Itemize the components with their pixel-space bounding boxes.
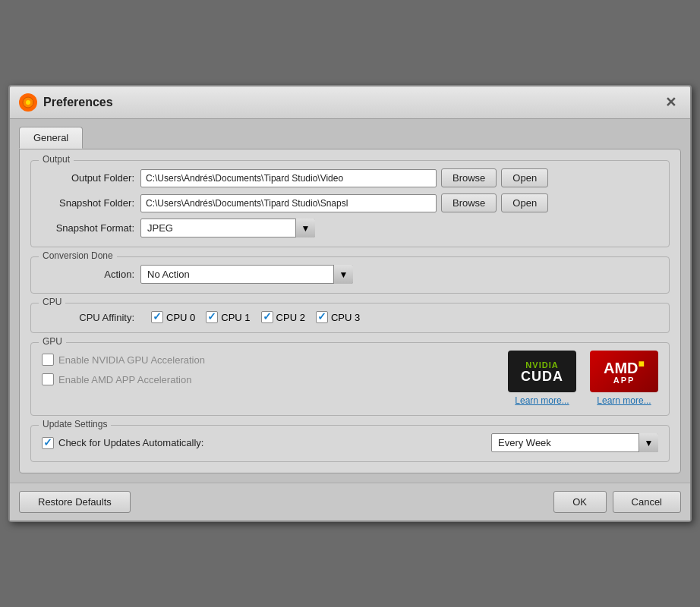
action-select[interactable]: No Action Open Output Folder Shut Down C… [140,265,353,284]
nvidia-logo: NVIDIA CUDA [508,351,576,392]
ok-button[interactable]: OK [553,491,607,513]
nvidia-logo-block: NVIDIA CUDA Learn more... [508,351,576,406]
title-bar: Preferences ✕ [10,86,690,119]
svg-point-1 [26,100,30,105]
cancel-button[interactable]: Cancel [613,491,681,513]
auto-update-checkbox[interactable] [42,437,54,449]
gpu-section-label: GPU [39,336,66,347]
nvidia-checkbox[interactable] [42,354,54,366]
gpu-left: Enable NVIDIA GPU Acceleration Enable AM… [42,351,205,385]
nvidia-label: Enable NVIDIA GPU Acceleration [58,354,205,366]
cpu0-checkbox[interactable] [151,311,163,323]
title-bar-left: Preferences [19,93,113,112]
snapshot-format-row: Snapshot Format: JPEG PNG BMP ▼ [42,219,658,237]
nvidia-logo-top: NVIDIA [525,360,558,370]
dialog-title: Preferences [43,96,113,109]
cpu3-checkbox[interactable] [316,311,328,323]
nvidia-check-row: Enable NVIDIA GPU Acceleration [42,354,205,366]
cpu1-item: CPU 1 [206,311,250,323]
snapshot-format-select-wrapper: JPEG PNG BMP ▼ [140,219,315,237]
cpu2-label: CPU 2 [276,312,305,323]
cpu-section: CPU CPU Affinity: CPU 0 CPU 1 CPU 2 [30,303,670,333]
snapshot-folder-input[interactable] [140,194,437,212]
amd-check-row: Enable AMD APP Acceleration [42,373,205,385]
cpu1-checkbox[interactable] [206,311,218,323]
snapshot-format-label: Snapshot Format: [42,222,140,234]
update-row: Check for Updates Automatically: Every D… [42,433,658,452]
amd-logo-top: AMD■ [604,358,645,376]
action-row: Action: No Action Open Output Folder Shu… [42,265,658,284]
snapshot-folder-open-button[interactable]: Open [501,193,548,212]
app-icon [19,93,37,112]
gpu-content: Enable NVIDIA GPU Acceleration Enable AM… [42,351,658,406]
cpu3-item: CPU 3 [316,311,360,323]
cpu-affinity-row: CPU Affinity: CPU 0 CPU 1 CPU 2 [42,311,658,323]
action-label: Action: [42,269,140,280]
update-left: Check for Updates Automatically: [42,437,491,449]
amd-learn-more-link[interactable]: Learn more... [597,395,651,406]
dialog-footer: Restore Defaults OK Cancel [10,483,690,521]
snapshot-format-select[interactable]: JPEG PNG BMP [140,219,315,237]
cpu2-checkbox[interactable] [261,311,273,323]
snapshot-folder-label: Snapshot Folder: [42,197,140,209]
auto-update-label: Check for Updates Automatically: [58,437,203,448]
output-folder-open-button[interactable]: Open [501,168,548,187]
cpu-affinity-label: CPU Affinity: [42,312,140,323]
update-frequency-wrapper: Every Day Every Week Every Month Never ▼ [491,433,658,452]
cpu0-item: CPU 0 [151,311,195,323]
amd-logo-block: AMD■ APP Learn more... [590,351,658,406]
amd-logo-sub: APP [613,376,635,385]
action-select-wrapper: No Action Open Output Folder Shut Down C… [140,265,353,284]
gpu-section: GPU Enable NVIDIA GPU Acceleration Enabl… [30,342,670,416]
output-folder-input[interactable] [140,169,437,187]
cpu-section-label: CPU [39,297,65,307]
update-settings-label: Update Settings [39,419,111,429]
restore-defaults-button[interactable]: Restore Defaults [19,491,131,513]
cpu0-label: CPU 0 [166,312,195,323]
cpu2-item: CPU 2 [261,311,305,323]
output-folder-row: Output Folder: Browse Open [42,168,658,187]
gpu-logos: NVIDIA CUDA Learn more... AMD■ APP Learn… [508,351,658,406]
preferences-dialog: Preferences ✕ General Output Output Fold… [8,85,692,522]
amd-checkbox[interactable] [42,373,54,385]
dialog-body: General Output Output Folder: Browse Ope… [10,119,690,483]
tab-general[interactable]: General [19,127,83,149]
update-frequency-select[interactable]: Every Day Every Week Every Month Never [491,433,658,452]
amd-label: Enable AMD APP Acceleration [58,374,191,385]
output-section-label: Output [39,154,74,165]
close-button[interactable]: ✕ [661,93,681,112]
snapshot-folder-browse-button[interactable]: Browse [441,193,497,212]
update-settings-section: Update Settings Check for Updates Automa… [30,425,670,462]
nvidia-logo-bottom: CUDA [521,370,563,383]
tab-content: Output Output Folder: Browse Open Snapsh… [19,149,681,473]
amd-logo: AMD■ APP [590,351,658,392]
output-folder-label: Output Folder: [42,172,140,184]
output-section: Output Output Folder: Browse Open Snapsh… [30,160,670,247]
tab-bar: General [19,127,681,149]
conversion-done-label: Conversion Done [39,250,117,261]
output-folder-browse-button[interactable]: Browse [441,168,497,187]
conversion-done-section: Conversion Done Action: No Action Open O… [30,256,670,294]
snapshot-folder-row: Snapshot Folder: Browse Open [42,193,658,212]
cpu1-label: CPU 1 [221,312,250,323]
nvidia-learn-more-link[interactable]: Learn more... [515,395,569,406]
cpu3-label: CPU 3 [331,312,360,323]
